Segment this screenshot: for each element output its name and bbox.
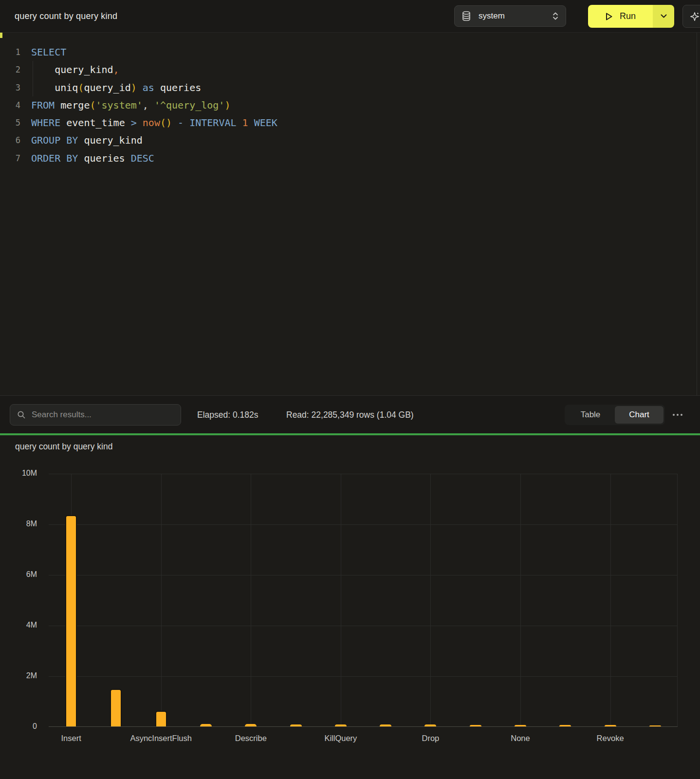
search-icon <box>17 410 26 419</box>
chart-panel: query count by query kind 10M8M6M4M2M0 I… <box>0 435 700 779</box>
y-tick-label: 4M <box>0 621 37 630</box>
x-tick-label: Insert <box>27 734 115 743</box>
elapsed-stat: Elapsed: 0.182s <box>197 396 258 434</box>
x-tick-label: AsyncInsertFlush <box>117 734 205 743</box>
run-button-group: Run <box>588 5 674 28</box>
chart-title: query count by query kind <box>15 442 112 452</box>
x-axis: InsertAsyncInsertFlushDescribeKillQueryD… <box>49 734 678 748</box>
y-tick-label: 8M <box>0 519 37 528</box>
bar-unlabeled-2[interactable] <box>110 689 122 726</box>
gridline-horizontal <box>49 575 678 575</box>
view-toggle: Table Chart <box>565 405 665 425</box>
gridline-vertical <box>251 474 251 727</box>
line-number: 1 <box>0 43 20 61</box>
gridline-vertical <box>430 474 431 727</box>
database-icon <box>461 11 471 21</box>
run-button-label: Run <box>620 11 636 21</box>
bar-unlabeled-12[interactable] <box>559 725 571 726</box>
sparkle-icon <box>689 11 700 22</box>
top-bar: query count by query kind system <box>0 0 700 32</box>
bar-unlabeled-8[interactable] <box>380 724 391 726</box>
code-line: 5WHERE event_time > now() - INTERVAL 1 W… <box>0 114 700 131</box>
gridline-vertical <box>677 474 678 727</box>
x-tick-label: Revoke <box>567 734 654 743</box>
code-line: 2 query_kind, <box>0 61 700 78</box>
bar-unlabeled-6[interactable] <box>290 724 302 726</box>
bar-unlabeled-4[interactable] <box>200 724 212 726</box>
indent-guide <box>33 61 33 96</box>
bar-Revoke[interactable] <box>605 725 616 726</box>
chevron-updown-icon <box>552 11 559 21</box>
bar-KillQuery[interactable] <box>335 724 347 726</box>
line-number: 2 <box>0 61 20 78</box>
y-axis: 10M8M6M4M2M0 <box>0 474 39 727</box>
y-tick-label: 0 <box>0 722 37 731</box>
x-axis-line <box>49 726 678 727</box>
x-tick-label: KillQuery <box>297 734 385 743</box>
run-dropdown-button[interactable] <box>653 5 674 28</box>
gridline-horizontal <box>49 524 678 525</box>
x-tick-label: Describe <box>207 734 295 743</box>
chart-view-button[interactable]: Chart <box>615 406 663 424</box>
plot-area <box>49 474 678 727</box>
play-icon <box>605 12 613 21</box>
gridline-horizontal <box>49 474 678 474</box>
results-toolbar: Elapsed: 0.182s Read: 22,285,349 rows (1… <box>0 395 700 433</box>
bar-Describe[interactable] <box>245 724 257 726</box>
bar-Drop[interactable] <box>424 724 436 726</box>
search-input[interactable] <box>10 404 181 426</box>
y-tick-label: 10M <box>0 469 37 478</box>
x-tick-label: Drop <box>387 734 474 743</box>
search-field <box>10 404 181 426</box>
code-line: 6GROUP BY query_kind <box>0 131 700 149</box>
database-selector-value: system <box>479 11 505 21</box>
code-line: 7ORDER BY queries DESC <box>0 149 700 167</box>
database-selector[interactable]: system <box>454 5 566 27</box>
code-line: 3 uniq(query_id) as queries <box>0 79 700 96</box>
page-title: query count by query kind <box>15 11 117 21</box>
y-tick-label: 2M <box>0 671 37 680</box>
code-lines: 1SELECT2 query_kind,3 uniq(query_id) as … <box>0 43 700 167</box>
code-line: 4FROM merge('system', '^query_log') <box>0 96 700 114</box>
gridline-vertical <box>341 474 341 727</box>
chevron-down-icon <box>661 14 667 19</box>
bar-AsyncInsertFlush[interactable] <box>155 711 167 726</box>
gutter-accent-mark <box>0 33 2 38</box>
bar-None[interactable] <box>515 725 526 726</box>
gridline-vertical <box>161 474 162 727</box>
code-line: 1SELECT <box>0 43 700 61</box>
sql-editor[interactable]: 1SELECT2 query_kind,3 uniq(query_id) as … <box>0 32 700 395</box>
table-view-button[interactable]: Table <box>566 406 615 424</box>
line-number: 6 <box>0 131 20 149</box>
x-tick-label: None <box>477 734 564 743</box>
gridline-horizontal <box>49 676 678 677</box>
editor-scrollbar-track[interactable] <box>697 33 697 395</box>
line-number: 5 <box>0 114 20 131</box>
sql-console: query count by query kind system <box>0 0 700 779</box>
line-number: 3 <box>0 79 20 96</box>
gridline-vertical <box>610 474 611 727</box>
read-stat: Read: 22,285,349 rows (1.04 GB) <box>286 396 414 434</box>
bar-Insert[interactable] <box>65 515 77 726</box>
line-number: 7 <box>0 149 20 167</box>
line-number: 4 <box>0 96 20 114</box>
gridline-horizontal <box>49 626 678 626</box>
more-options-button[interactable] <box>673 396 682 434</box>
gridline-vertical <box>520 474 521 727</box>
run-button[interactable]: Run <box>588 5 653 28</box>
bar-unlabeled-14[interactable] <box>649 725 661 726</box>
bar-unlabeled-10[interactable] <box>470 725 481 726</box>
y-tick-label: 6M <box>0 570 37 579</box>
ai-assist-button[interactable] <box>682 5 700 28</box>
